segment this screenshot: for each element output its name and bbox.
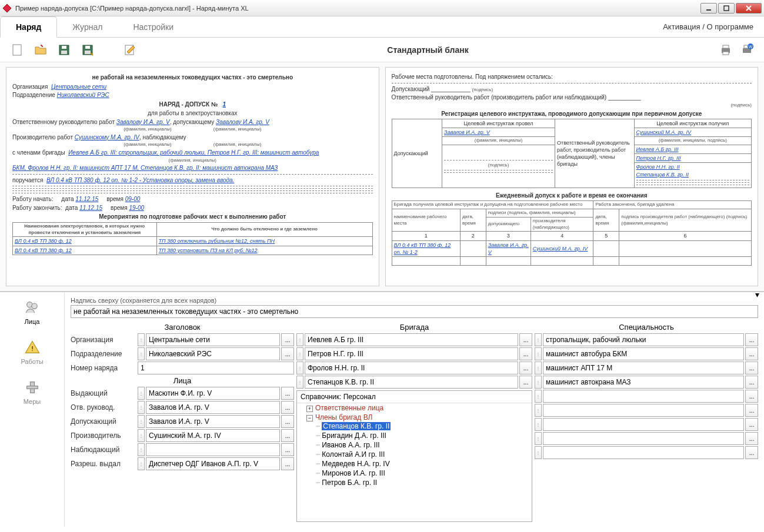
tab-naryad[interactable]: Наряд — [0, 16, 57, 38]
tree-leaf[interactable]: Петров Б.А. гр. II — [322, 479, 377, 487]
personnel-tree[interactable]: Справочник: Персонал +Ответственные лица… — [296, 390, 532, 522]
sidebar-item-persons[interactable]: Лица — [24, 299, 41, 325]
lookup-button[interactable]: ... — [281, 333, 294, 346]
editor-sidebar: Лица ! Работы Меры — [0, 292, 65, 527]
tree-leaf[interactable]: Медведев Н.А. гр. IV — [322, 460, 389, 468]
table-daily: Бригада получила целевой инструктаж и до… — [392, 200, 752, 266]
svg-rect-14 — [723, 45, 729, 48]
svg-text:W: W — [749, 45, 753, 49]
admitting-input[interactable] — [146, 415, 280, 428]
svg-rect-5 — [13, 45, 21, 55]
drag-handle[interactable]: ⋮ — [138, 333, 145, 346]
export-word-icon[interactable]: W — [739, 42, 755, 58]
minimize-button[interactable] — [700, 3, 717, 14]
spec-input-empty[interactable] — [543, 390, 744, 403]
issuer-input[interactable] — [146, 387, 280, 400]
svg-rect-15 — [723, 52, 729, 55]
save-icon[interactable] — [56, 42, 72, 58]
tree-leaf[interactable]: Миронов И.А. гр. III — [322, 469, 385, 477]
window-title: Пример наряда-допуска [C:\Пример наряда-… — [15, 5, 700, 12]
brigade-input-0[interactable] — [305, 333, 518, 346]
tree-leaf[interactable]: Бригадин Д.А. гр. III — [322, 431, 386, 440]
spec-input-empty[interactable] — [543, 432, 744, 445]
warn-text: не работай на незаземленных токоведущих … — [12, 73, 373, 82]
brigade-input-3[interactable] — [305, 376, 518, 389]
performer-input[interactable] — [146, 429, 280, 442]
tree-node-responsible[interactable]: Ответственные лица — [315, 404, 383, 412]
tab-journal[interactable]: Журнал — [57, 16, 118, 37]
toolbar: Стандартный бланк W — [0, 38, 764, 62]
head-header: Заголовок — [71, 322, 294, 333]
svg-text:!: ! — [31, 344, 33, 352]
tab-settings[interactable]: Настройки — [118, 16, 189, 37]
svg-marker-0 — [3, 4, 11, 12]
svg-point-21 — [31, 303, 36, 309]
titlebar: Пример наряда-допуска [C:\Пример наряда-… — [0, 0, 764, 16]
sidebar-item-works[interactable]: ! Работы — [21, 339, 43, 365]
head-brigade: Бригада — [296, 322, 532, 333]
tree-collapse-icon[interactable]: − — [306, 415, 313, 421]
head-spec: Специальность — [535, 322, 758, 333]
tree-leaf-selected[interactable]: Степанцов К.В. гр. II — [322, 422, 391, 430]
print-icon[interactable] — [718, 42, 733, 58]
head-persons: Лица — [71, 375, 294, 386]
svg-rect-8 — [61, 51, 67, 54]
org-input[interactable] — [146, 333, 280, 346]
tree-node-brigade[interactable]: Члены бригад ВЛ — [315, 413, 372, 421]
doc-page-2: Рабочие места подготовлены. Под напряжен… — [385, 67, 759, 286]
toolbar-title: Стандартный бланк — [146, 45, 710, 55]
app-icon — [2, 4, 12, 13]
spec-input-empty[interactable] — [543, 418, 744, 431]
spec-input-empty[interactable] — [543, 404, 744, 417]
tree-expand-icon[interactable]: + — [306, 406, 313, 412]
collapse-handle-icon[interactable]: ▾ — [755, 290, 759, 299]
tree-leaf[interactable]: Иванов А.А. гр. III — [322, 441, 379, 449]
brigade-input-2[interactable] — [305, 362, 518, 374]
save-as-icon[interactable] — [80, 42, 95, 58]
edit-icon[interactable] — [122, 42, 138, 58]
close-button[interactable] — [736, 3, 762, 14]
brigade-input-1[interactable] — [305, 347, 518, 360]
table-instruct: Допускающий Целевой инструктаж провел От… — [392, 119, 752, 188]
spec-input-1[interactable] — [543, 347, 744, 360]
main-tabs: Наряд Журнал Настройки Активация / О про… — [0, 16, 764, 38]
spec-input-2[interactable] — [543, 362, 744, 374]
app-window: Пример наряда-допуска [C:\Пример наряда-… — [0, 0, 764, 532]
svg-rect-10 — [85, 46, 90, 49]
svg-rect-2 — [724, 6, 729, 11]
num-input[interactable] — [138, 362, 294, 374]
spec-input-0[interactable] — [543, 333, 744, 346]
dept-input[interactable] — [146, 347, 280, 360]
maximize-button[interactable] — [718, 3, 735, 14]
supervisor-input[interactable] — [146, 401, 280, 414]
permit-input[interactable] — [146, 457, 280, 470]
spec-input-3[interactable] — [543, 376, 744, 389]
top-input[interactable] — [71, 305, 758, 318]
open-folder-icon[interactable] — [33, 42, 48, 58]
svg-rect-25 — [26, 386, 38, 389]
sidebar-item-measures[interactable]: Меры — [24, 379, 41, 405]
svg-rect-11 — [85, 51, 91, 54]
new-file-icon[interactable] — [9, 42, 25, 58]
table-measures: Наименования электроустановок, в которых… — [12, 222, 373, 255]
spec-input-empty[interactable] — [543, 446, 744, 459]
editor-main: Надпись сверху (сохраняется для всех нар… — [65, 292, 764, 527]
observer-input[interactable] — [146, 443, 280, 456]
tree-leaf[interactable]: Колонтай А.И гр. III — [322, 450, 385, 459]
svg-rect-7 — [62, 46, 66, 49]
top-input-label: Надпись сверху (сохраняется для всех нар… — [71, 297, 758, 304]
doc-page-1: не работай на незаземленных токоведущих … — [6, 67, 379, 286]
editor-area: ▾ Лица ! Работы Меры Надпись сверху (сох… — [0, 292, 764, 527]
preview-pane: не работай на незаземленных токоведущих … — [0, 62, 764, 292]
activation-link[interactable]: Активация / О программе — [663, 22, 764, 31]
